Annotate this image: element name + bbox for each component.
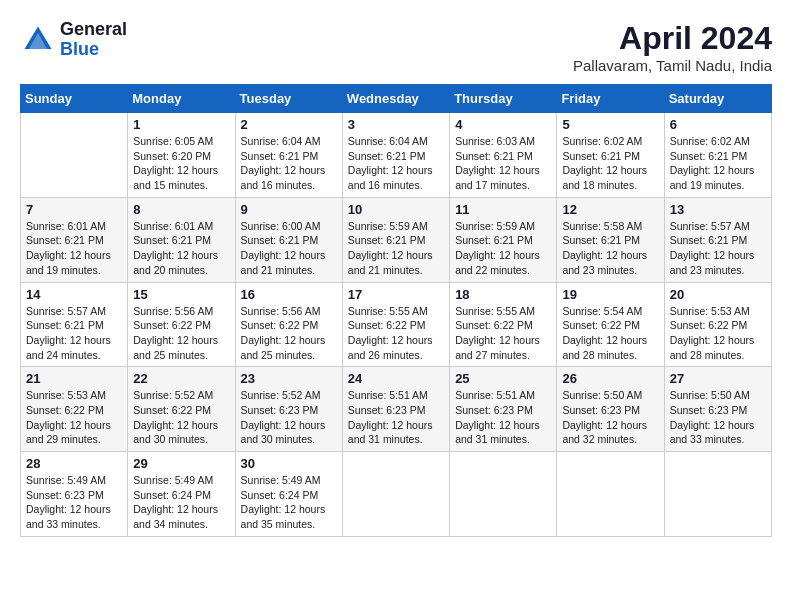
day-number: 28: [26, 456, 122, 471]
day-number: 14: [26, 287, 122, 302]
day-info: Sunrise: 5:57 AM Sunset: 6:21 PM Dayligh…: [670, 219, 766, 278]
day-info: Sunrise: 5:50 AM Sunset: 6:23 PM Dayligh…: [670, 388, 766, 447]
day-number: 7: [26, 202, 122, 217]
day-number: 9: [241, 202, 337, 217]
day-cell: 29Sunrise: 5:49 AM Sunset: 6:24 PM Dayli…: [128, 452, 235, 537]
day-number: 23: [241, 371, 337, 386]
day-cell: [342, 452, 449, 537]
day-number: 13: [670, 202, 766, 217]
header-cell-monday: Monday: [128, 85, 235, 113]
day-info: Sunrise: 5:59 AM Sunset: 6:21 PM Dayligh…: [455, 219, 551, 278]
day-number: 2: [241, 117, 337, 132]
day-info: Sunrise: 5:58 AM Sunset: 6:21 PM Dayligh…: [562, 219, 658, 278]
day-cell: 8Sunrise: 6:01 AM Sunset: 6:21 PM Daylig…: [128, 197, 235, 282]
day-info: Sunrise: 6:01 AM Sunset: 6:21 PM Dayligh…: [26, 219, 122, 278]
day-cell: 16Sunrise: 5:56 AM Sunset: 6:22 PM Dayli…: [235, 282, 342, 367]
day-number: 20: [670, 287, 766, 302]
day-cell: 22Sunrise: 5:52 AM Sunset: 6:22 PM Dayli…: [128, 367, 235, 452]
day-cell: 7Sunrise: 6:01 AM Sunset: 6:21 PM Daylig…: [21, 197, 128, 282]
day-info: Sunrise: 6:04 AM Sunset: 6:21 PM Dayligh…: [348, 134, 444, 193]
day-number: 5: [562, 117, 658, 132]
day-cell: 14Sunrise: 5:57 AM Sunset: 6:21 PM Dayli…: [21, 282, 128, 367]
logo-text: General Blue: [60, 20, 127, 60]
day-number: 4: [455, 117, 551, 132]
day-cell: 10Sunrise: 5:59 AM Sunset: 6:21 PM Dayli…: [342, 197, 449, 282]
page-header: General Blue April 2024 Pallavaram, Tami…: [20, 20, 772, 74]
day-number: 3: [348, 117, 444, 132]
week-row-5: 28Sunrise: 5:49 AM Sunset: 6:23 PM Dayli…: [21, 452, 772, 537]
header-cell-tuesday: Tuesday: [235, 85, 342, 113]
day-cell: 19Sunrise: 5:54 AM Sunset: 6:22 PM Dayli…: [557, 282, 664, 367]
day-info: Sunrise: 6:03 AM Sunset: 6:21 PM Dayligh…: [455, 134, 551, 193]
day-cell: 9Sunrise: 6:00 AM Sunset: 6:21 PM Daylig…: [235, 197, 342, 282]
day-cell: 1Sunrise: 6:05 AM Sunset: 6:20 PM Daylig…: [128, 113, 235, 198]
day-number: 1: [133, 117, 229, 132]
week-row-4: 21Sunrise: 5:53 AM Sunset: 6:22 PM Dayli…: [21, 367, 772, 452]
day-info: Sunrise: 5:57 AM Sunset: 6:21 PM Dayligh…: [26, 304, 122, 363]
day-cell: [557, 452, 664, 537]
day-info: Sunrise: 5:53 AM Sunset: 6:22 PM Dayligh…: [26, 388, 122, 447]
day-cell: 5Sunrise: 6:02 AM Sunset: 6:21 PM Daylig…: [557, 113, 664, 198]
day-cell: [450, 452, 557, 537]
header-cell-thursday: Thursday: [450, 85, 557, 113]
day-number: 24: [348, 371, 444, 386]
logo: General Blue: [20, 20, 127, 60]
day-number: 16: [241, 287, 337, 302]
day-number: 11: [455, 202, 551, 217]
day-info: Sunrise: 6:05 AM Sunset: 6:20 PM Dayligh…: [133, 134, 229, 193]
day-info: Sunrise: 5:50 AM Sunset: 6:23 PM Dayligh…: [562, 388, 658, 447]
day-number: 22: [133, 371, 229, 386]
day-info: Sunrise: 6:04 AM Sunset: 6:21 PM Dayligh…: [241, 134, 337, 193]
day-cell: 13Sunrise: 5:57 AM Sunset: 6:21 PM Dayli…: [664, 197, 771, 282]
day-info: Sunrise: 6:00 AM Sunset: 6:21 PM Dayligh…: [241, 219, 337, 278]
day-number: 21: [26, 371, 122, 386]
day-cell: 15Sunrise: 5:56 AM Sunset: 6:22 PM Dayli…: [128, 282, 235, 367]
day-cell: 21Sunrise: 5:53 AM Sunset: 6:22 PM Dayli…: [21, 367, 128, 452]
day-info: Sunrise: 5:56 AM Sunset: 6:22 PM Dayligh…: [133, 304, 229, 363]
day-cell: [664, 452, 771, 537]
day-cell: 17Sunrise: 5:55 AM Sunset: 6:22 PM Dayli…: [342, 282, 449, 367]
day-info: Sunrise: 5:59 AM Sunset: 6:21 PM Dayligh…: [348, 219, 444, 278]
header-cell-saturday: Saturday: [664, 85, 771, 113]
header-cell-sunday: Sunday: [21, 85, 128, 113]
day-cell: 3Sunrise: 6:04 AM Sunset: 6:21 PM Daylig…: [342, 113, 449, 198]
day-cell: 26Sunrise: 5:50 AM Sunset: 6:23 PM Dayli…: [557, 367, 664, 452]
day-info: Sunrise: 5:53 AM Sunset: 6:22 PM Dayligh…: [670, 304, 766, 363]
day-number: 27: [670, 371, 766, 386]
day-info: Sunrise: 5:51 AM Sunset: 6:23 PM Dayligh…: [455, 388, 551, 447]
day-number: 8: [133, 202, 229, 217]
day-number: 30: [241, 456, 337, 471]
day-number: 19: [562, 287, 658, 302]
day-number: 29: [133, 456, 229, 471]
day-cell: 4Sunrise: 6:03 AM Sunset: 6:21 PM Daylig…: [450, 113, 557, 198]
day-number: 25: [455, 371, 551, 386]
day-cell: 2Sunrise: 6:04 AM Sunset: 6:21 PM Daylig…: [235, 113, 342, 198]
day-cell: 20Sunrise: 5:53 AM Sunset: 6:22 PM Dayli…: [664, 282, 771, 367]
day-cell: 24Sunrise: 5:51 AM Sunset: 6:23 PM Dayli…: [342, 367, 449, 452]
day-number: 10: [348, 202, 444, 217]
week-row-1: 1Sunrise: 6:05 AM Sunset: 6:20 PM Daylig…: [21, 113, 772, 198]
title-block: April 2024 Pallavaram, Tamil Nadu, India: [573, 20, 772, 74]
day-info: Sunrise: 6:01 AM Sunset: 6:21 PM Dayligh…: [133, 219, 229, 278]
day-number: 17: [348, 287, 444, 302]
day-info: Sunrise: 5:52 AM Sunset: 6:22 PM Dayligh…: [133, 388, 229, 447]
day-info: Sunrise: 5:52 AM Sunset: 6:23 PM Dayligh…: [241, 388, 337, 447]
day-number: 12: [562, 202, 658, 217]
day-number: 6: [670, 117, 766, 132]
day-cell: 11Sunrise: 5:59 AM Sunset: 6:21 PM Dayli…: [450, 197, 557, 282]
day-cell: 25Sunrise: 5:51 AM Sunset: 6:23 PM Dayli…: [450, 367, 557, 452]
logo-icon: [20, 22, 56, 58]
day-cell: [21, 113, 128, 198]
day-cell: 6Sunrise: 6:02 AM Sunset: 6:21 PM Daylig…: [664, 113, 771, 198]
day-info: Sunrise: 5:49 AM Sunset: 6:24 PM Dayligh…: [241, 473, 337, 532]
header-cell-friday: Friday: [557, 85, 664, 113]
day-info: Sunrise: 6:02 AM Sunset: 6:21 PM Dayligh…: [670, 134, 766, 193]
day-info: Sunrise: 5:56 AM Sunset: 6:22 PM Dayligh…: [241, 304, 337, 363]
day-number: 26: [562, 371, 658, 386]
day-cell: 23Sunrise: 5:52 AM Sunset: 6:23 PM Dayli…: [235, 367, 342, 452]
day-cell: 27Sunrise: 5:50 AM Sunset: 6:23 PM Dayli…: [664, 367, 771, 452]
day-info: Sunrise: 5:49 AM Sunset: 6:23 PM Dayligh…: [26, 473, 122, 532]
header-row: SundayMondayTuesdayWednesdayThursdayFrid…: [21, 85, 772, 113]
day-info: Sunrise: 5:49 AM Sunset: 6:24 PM Dayligh…: [133, 473, 229, 532]
day-number: 18: [455, 287, 551, 302]
